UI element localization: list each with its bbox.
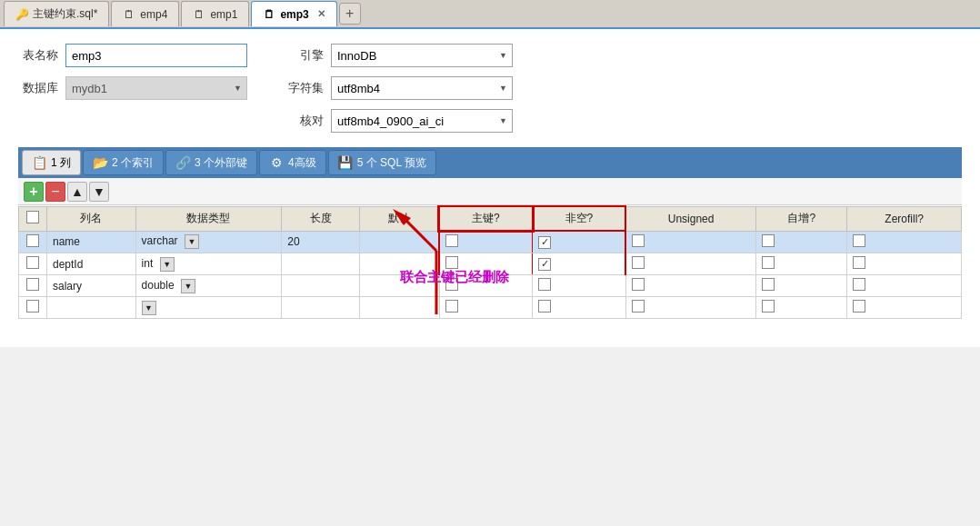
row0-unsigned-checkbox[interactable] xyxy=(632,234,645,247)
row3-unsigned-checkbox[interactable] xyxy=(632,300,645,313)
row1-type-dropdown[interactable]: ▼ xyxy=(160,257,175,272)
row2-zerofill-checkbox[interactable] xyxy=(853,278,865,291)
tab-bar: 🔑 主键约束.sql* 🗒 emp4 🗒 emp1 🗒 emp3 ✕ + xyxy=(0,0,980,29)
toolbar-tab-indexes-label: 2 个索引 xyxy=(112,155,154,171)
row3-autoinc-checkbox[interactable] xyxy=(762,300,775,313)
row1-autoinc-cell[interactable] xyxy=(756,253,847,275)
row0-zerofill-cell[interactable] xyxy=(847,231,962,253)
row2-unsigned-checkbox[interactable] xyxy=(632,278,645,291)
engine-select-wrapper: InnoDB xyxy=(331,44,513,67)
move-down-button[interactable]: ▼ xyxy=(89,182,109,202)
header-checkbox[interactable] xyxy=(26,211,39,223)
annotation-text: 联合主键已经删除 xyxy=(400,269,509,286)
row1-zerofill-cell[interactable] xyxy=(847,253,962,275)
collation-label: 核对 xyxy=(284,113,324,129)
form-right: 引擎 InnoDB 字符集 utf8mb4 核对 xyxy=(284,44,513,133)
row3-zerofill-cell[interactable] xyxy=(847,297,962,319)
col-header-checkbox[interactable] xyxy=(19,206,47,231)
row1-pk-checkbox[interactable] xyxy=(445,256,458,269)
row0-length[interactable]: 20 xyxy=(282,231,360,253)
row3-type: ▼ xyxy=(135,297,282,319)
toolbar-tab-cols[interactable]: 📋 1 列 xyxy=(22,150,81,175)
row2-notnull-cell[interactable] xyxy=(533,275,625,297)
row0-pk-checkbox[interactable] xyxy=(445,234,458,247)
tab-add-button[interactable]: + xyxy=(339,3,361,25)
row0-name[interactable]: name xyxy=(47,231,136,253)
row3-unsigned-cell[interactable] xyxy=(625,297,755,319)
toolbar-tab-fkeys[interactable]: 🔗 3 个外部键 xyxy=(165,150,257,175)
collation-select-wrapper: utf8mb4_0900_ai_ci xyxy=(331,109,513,133)
columns-table-wrapper: 列名 数据类型 长度 默认 主键? 非空? Unsigned 自增? Zerof… xyxy=(18,205,962,319)
row3-pk-cell[interactable] xyxy=(439,297,532,319)
row2-unsigned-cell[interactable] xyxy=(625,275,755,297)
row1-notnull-checkbox[interactable] xyxy=(538,258,551,271)
annotation-area: 列名 数据类型 长度 默认 主键? 非空? Unsigned 自增? Zerof… xyxy=(18,205,962,332)
row2-zerofill-cell[interactable] xyxy=(847,275,962,297)
row0-pk-cell[interactable] xyxy=(439,231,532,253)
row0-notnull-checkbox[interactable] xyxy=(538,236,551,249)
row2-checkbox[interactable] xyxy=(26,278,39,291)
row1-length[interactable] xyxy=(282,253,360,275)
tab-emp3[interactable]: 🗒 emp3 ✕ xyxy=(251,1,336,26)
row0-autoinc-checkbox[interactable] xyxy=(762,234,775,247)
row1-unsigned-cell[interactable] xyxy=(625,253,755,275)
tab-emp3-icon: 🗒 xyxy=(263,8,275,21)
collation-select[interactable]: utf8mb4_0900_ai_ci xyxy=(331,109,513,133)
add-row-button[interactable]: + xyxy=(24,182,44,202)
database-select[interactable]: mydb1 xyxy=(65,76,247,100)
tab-emp3-close[interactable]: ✕ xyxy=(317,8,325,20)
toolbar-tab-advanced[interactable]: ⚙ 4高级 xyxy=(259,150,326,175)
tab-emp1[interactable]: 🗒 emp1 xyxy=(181,1,249,26)
row0-autoinc-cell[interactable] xyxy=(756,231,847,253)
row1-unsigned-checkbox[interactable] xyxy=(632,256,645,269)
row3-default[interactable] xyxy=(360,297,439,319)
tab-emp3-label: emp3 xyxy=(280,8,308,21)
row3-zerofill-checkbox[interactable] xyxy=(853,300,865,313)
row0-checkbox[interactable] xyxy=(26,234,39,247)
row0-type-dropdown[interactable]: ▼ xyxy=(185,234,199,249)
row3-type-dropdown[interactable]: ▼ xyxy=(142,301,156,315)
toolbar-tab-sql-label: 5 个 SQL 预览 xyxy=(357,155,426,171)
row2-autoinc-cell[interactable] xyxy=(756,275,847,297)
move-up-button[interactable]: ▲ xyxy=(67,182,87,202)
charset-select[interactable]: utf8mb4 xyxy=(331,76,513,100)
row0-notnull-cell[interactable] xyxy=(533,231,625,253)
row1-zerofill-checkbox[interactable] xyxy=(853,256,865,269)
tab-emp4[interactable]: 🗒 emp4 xyxy=(111,1,179,26)
row3-checkbox[interactable] xyxy=(26,300,39,313)
row1-checkbox-cell[interactable] xyxy=(19,253,47,275)
row2-checkbox-cell[interactable] xyxy=(19,275,47,297)
row2-type-dropdown[interactable]: ▼ xyxy=(181,279,195,293)
row3-notnull-checkbox[interactable] xyxy=(538,300,551,313)
row3-name[interactable] xyxy=(47,297,136,319)
row1-autoinc-checkbox[interactable] xyxy=(762,256,775,269)
col-header-length: 长度 xyxy=(282,206,360,231)
row1-name[interactable]: deptId xyxy=(47,253,136,275)
tab-emp1-icon: 🗒 xyxy=(193,8,205,21)
remove-row-button[interactable]: − xyxy=(45,182,65,202)
charset-row: 字符集 utf8mb4 xyxy=(284,76,513,100)
row2-name[interactable]: salary xyxy=(47,275,136,297)
row2-autoinc-checkbox[interactable] xyxy=(762,278,775,291)
row0-unsigned-cell[interactable] xyxy=(625,231,755,253)
row0-default[interactable] xyxy=(360,231,439,253)
row2-notnull-checkbox[interactable] xyxy=(538,278,551,291)
row3-pk-checkbox[interactable] xyxy=(445,300,458,313)
row3-autoinc-cell[interactable] xyxy=(756,297,847,319)
toolbar-tab-indexes[interactable]: 📂 2 个索引 xyxy=(83,150,164,175)
row1-notnull-cell[interactable] xyxy=(533,253,625,275)
row0-zerofill-checkbox[interactable] xyxy=(853,234,865,247)
row3-length[interactable] xyxy=(282,297,360,319)
row2-length[interactable] xyxy=(282,275,360,297)
row0-checkbox-cell[interactable] xyxy=(19,231,47,253)
main-content: 表名称 数据库 mydb1 引擎 InnoDB xyxy=(0,29,980,347)
table-name-input[interactable] xyxy=(65,44,247,67)
row1-checkbox[interactable] xyxy=(26,256,39,269)
toolbar-tab-advanced-label: 4高级 xyxy=(288,155,316,171)
engine-select[interactable]: InnoDB xyxy=(331,44,513,67)
row3-notnull-cell[interactable] xyxy=(533,297,625,319)
tab-sql[interactable]: 🔑 主键约束.sql* xyxy=(4,1,109,26)
row3-checkbox-cell[interactable] xyxy=(19,297,47,319)
toolbar-tab-sql[interactable]: 💾 5 个 SQL 预览 xyxy=(328,150,436,175)
row2-type: double ▼ xyxy=(135,275,282,297)
